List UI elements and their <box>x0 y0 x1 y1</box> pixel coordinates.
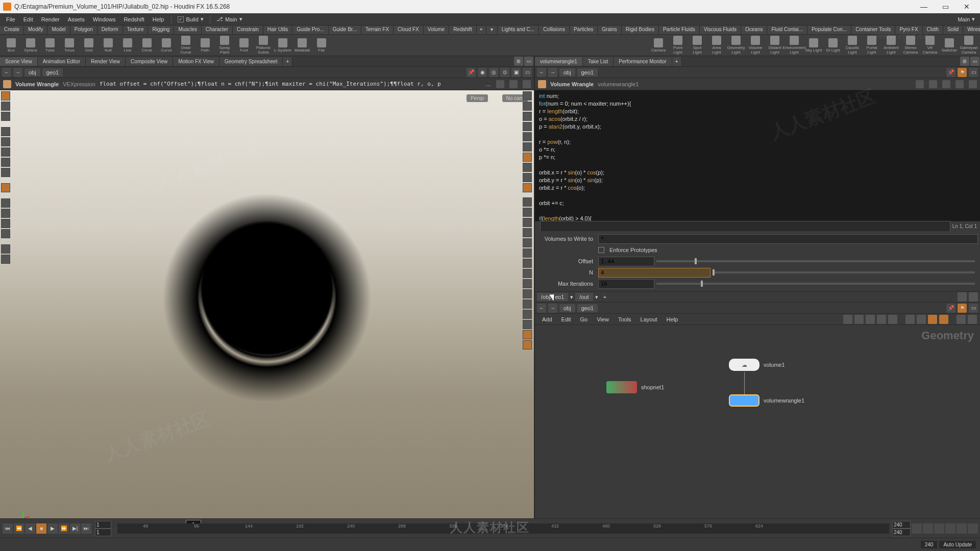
shelf-tool[interactable]: Path <box>196 36 214 55</box>
shelf-tool[interactable]: L-System <box>274 36 292 55</box>
snap2-tool[interactable] <box>1 209 10 218</box>
netpath-out[interactable]: /out <box>575 293 593 301</box>
disp-r6[interactable] <box>523 248 532 258</box>
shelf-tab[interactable]: Guide Br... <box>329 26 361 34</box>
net-expand[interactable] <box>969 292 978 302</box>
net-tool7[interactable] <box>917 315 926 324</box>
param-volumes-input[interactable] <box>598 234 978 244</box>
shelf-tab[interactable]: Modify <box>24 26 47 34</box>
start-frame-input[interactable] <box>95 521 111 529</box>
path-obj-r[interactable]: obj <box>559 68 575 77</box>
pane-max-button-r[interactable]: ▭ <box>970 57 979 66</box>
shelf-tool[interactable]: Circle <box>138 36 156 55</box>
net-collapse[interactable] <box>958 292 967 302</box>
pane-pin-button-r[interactable]: ⊞ <box>960 57 969 66</box>
enforce-checkbox[interactable] <box>598 247 604 253</box>
disp-r3[interactable] <box>523 218 532 227</box>
handle-tool[interactable] <box>1 183 10 192</box>
shelf-tab[interactable]: Cloth <box>923 26 943 34</box>
nav-ghost-button[interactable]: ▣ <box>511 68 521 77</box>
realtime-button[interactable] <box>912 523 922 534</box>
shelf-tab[interactable]: Muscles <box>174 26 202 34</box>
pose-tool[interactable] <box>1 168 10 177</box>
nav-fwd-button[interactable]: → <box>13 68 22 77</box>
shelf-tab[interactable]: Grains <box>598 26 621 34</box>
nav-pin-button[interactable]: 📌 <box>467 68 476 77</box>
wopt2[interactable] <box>929 80 937 88</box>
shelf-tab[interactable]: Create <box>0 26 24 34</box>
netpath-add[interactable]: + <box>600 293 609 301</box>
shelf-tab[interactable]: Rigging <box>148 26 174 34</box>
path-geo-r[interactable]: geo1 <box>577 68 598 77</box>
shelf-tab[interactable]: Polygon <box>70 26 97 34</box>
pane-tab-anim[interactable]: Animation Editor <box>38 57 86 66</box>
shelf-tool[interactable]: Metaball <box>293 36 311 55</box>
nav-flag-r[interactable]: ⚑ <box>958 68 967 77</box>
wrangle-opt1-button[interactable] <box>496 80 504 88</box>
lock-icon[interactable] <box>523 122 532 131</box>
net-max[interactable]: ▭ <box>969 304 978 313</box>
param-maxiter-input[interactable] <box>598 279 654 289</box>
net-tool8[interactable] <box>928 315 937 324</box>
shelf-tab[interactable]: Deform <box>97 26 123 34</box>
chevron-down-icon[interactable]: ▾ <box>570 294 573 300</box>
end-frame-input[interactable] <box>892 521 911 529</box>
menu-redshift[interactable]: Redshift <box>119 15 148 24</box>
nav-snap3-button[interactable]: ⊙ <box>500 68 509 77</box>
minimize-button[interactable]: — <box>914 2 934 12</box>
play-stop-button[interactable]: ■ <box>36 523 46 534</box>
shelf-tab[interactable]: Terrain FX <box>361 26 394 34</box>
net-flag[interactable]: ⚑ <box>958 304 967 313</box>
shelf-tab[interactable]: Populate Con... <box>807 26 851 34</box>
net-menu-add[interactable]: Add <box>538 315 556 324</box>
shelf-tab[interactable]: Volume <box>424 26 449 34</box>
play-play-button[interactable]: ▶ <box>47 523 58 534</box>
shelf-tool[interactable]: Area Light <box>707 36 726 55</box>
play-prevkey-button[interactable]: ⏪ <box>14 523 24 534</box>
shelf-tab[interactable]: Solid <box>943 26 963 34</box>
shelf-tool[interactable]: Spray Paint <box>215 36 234 55</box>
shelf-tab[interactable]: Hair Utils <box>263 26 293 34</box>
net-tool6[interactable] <box>905 315 915 324</box>
shelf-tool[interactable]: Caustic Light <box>843 36 862 55</box>
pane-tab-scene-view[interactable]: Scene View <box>0 57 38 66</box>
vex-code-editor[interactable]: int num;for(num = 0; num < maxiter; num+… <box>535 90 980 221</box>
shelf-tool[interactable]: Grid <box>80 36 98 55</box>
disp-r15[interactable] <box>523 340 532 349</box>
pane-tab-params[interactable]: volumewrangle1 <box>535 57 583 66</box>
net-menu-help[interactable]: Help <box>663 315 682 324</box>
disp-opt9[interactable] <box>523 173 532 182</box>
shelf-tool[interactable]: Portal Light <box>863 36 881 55</box>
wrangle-node-name[interactable]: volumewrangle1 <box>598 81 639 87</box>
pane-tab-render[interactable]: Render View <box>86 57 126 66</box>
net-opts[interactable] <box>968 315 977 324</box>
pane-pin-button[interactable]: ⊞ <box>514 57 523 66</box>
net-pin[interactable]: 📌 <box>946 304 955 313</box>
snap4-tool[interactable] <box>1 229 10 238</box>
chevron-down-icon[interactable]: ▾ <box>595 294 598 300</box>
shelf-tool[interactable]: Line <box>118 36 137 55</box>
net-tool9[interactable] <box>939 315 948 324</box>
select-face-tool[interactable] <box>1 102 10 111</box>
pane-tab-composite[interactable]: Composite View <box>126 57 173 66</box>
shelf-tool[interactable]: Stereo Camera <box>901 36 920 55</box>
disp-r14[interactable] <box>523 330 532 339</box>
gear-icon[interactable] <box>916 80 924 88</box>
nav-back-r[interactable]: ← <box>537 68 546 77</box>
pane-tab-add-r[interactable]: + <box>672 57 682 66</box>
shelf-tool[interactable]: Ambient Light <box>882 36 900 55</box>
shelf-tab[interactable]: Guide Pro... <box>292 26 328 34</box>
net-menu-go[interactable]: Go <box>576 315 592 324</box>
shelf-tab[interactable]: Particle Fluids <box>659 26 700 34</box>
netpath-obj[interactable]: /obj/geo1 <box>537 293 568 301</box>
menu-assets[interactable]: Assets <box>64 15 89 24</box>
disp-r9[interactable] <box>523 279 532 288</box>
move-tool[interactable] <box>1 137 10 146</box>
nav-pin-r[interactable]: 📌 <box>946 68 955 77</box>
param-offset-input[interactable] <box>598 257 654 266</box>
shelf-tool[interactable]: Font <box>235 36 253 55</box>
net-menu-edit[interactable]: Edit <box>557 315 575 324</box>
disp-r13[interactable] <box>523 320 532 329</box>
rotate-tool[interactable] <box>1 147 10 157</box>
shelf-tool[interactable]: Box <box>2 36 20 55</box>
